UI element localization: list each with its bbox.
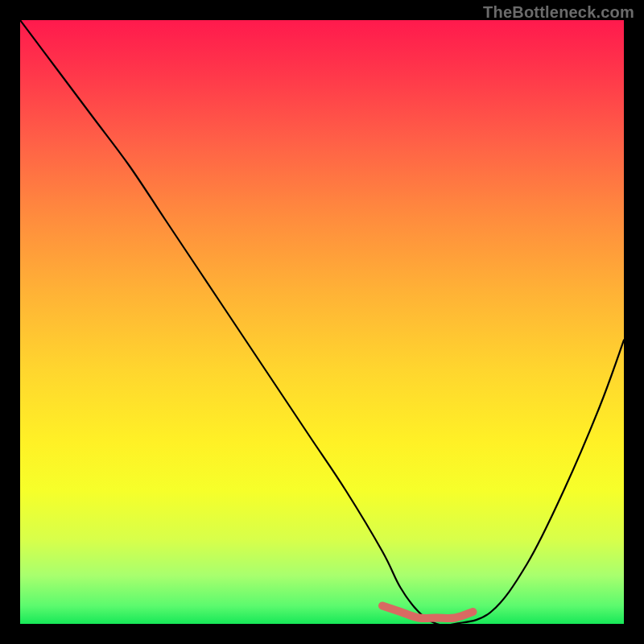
plot-area <box>20 20 624 624</box>
bottleneck-curve <box>20 20 624 624</box>
chart-container: TheBottleneck.com <box>0 0 644 644</box>
watermark-label: TheBottleneck.com <box>483 3 634 22</box>
